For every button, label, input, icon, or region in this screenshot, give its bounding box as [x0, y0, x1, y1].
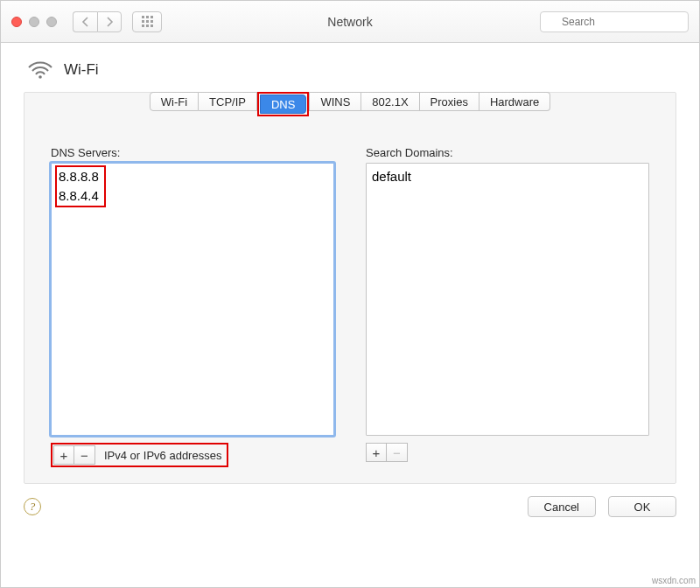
dns-controls: + − IPv4 or IPv6 addresses [51, 443, 334, 467]
highlight-dns-controls: + − IPv4 or IPv6 addresses [51, 443, 228, 467]
search-domains-label: Search Domains: [366, 146, 649, 159]
highlight-dns-tab: DNS [257, 92, 309, 116]
interface-label: Wi-Fi [64, 61, 99, 79]
ok-button[interactable]: OK [608, 496, 676, 517]
domains-column: Search Domains: default + − [366, 146, 649, 467]
tabs-row: Wi-Fi TCP/IP DNS WINS 802.1X Proxies Har… [24, 92, 676, 116]
remove-domain-button[interactable]: − [387, 443, 408, 462]
dns-servers-label: DNS Servers: [51, 146, 334, 159]
minimize-window-button[interactable] [29, 17, 39, 27]
tab-wins[interactable]: WINS [309, 92, 361, 111]
show-all-button[interactable] [132, 11, 162, 32]
titlebar: Network [1, 1, 699, 43]
interface-header: Wi-Fi [27, 60, 676, 80]
tab-proxies[interactable]: Proxies [420, 92, 480, 111]
watermark: wsxdn.com [652, 576, 696, 585]
cancel-button[interactable]: Cancel [528, 496, 596, 517]
highlight-dns-entries: 8.8.8.8 8.8.4.4 [55, 165, 106, 207]
dns-servers-list[interactable]: 8.8.8.8 8.8.4.4 [51, 163, 334, 436]
chevron-right-icon [106, 17, 114, 27]
columns: DNS Servers: 8.8.8.8 8.8.4.4 + − IPv4 or… [24, 116, 676, 467]
search-domains-list[interactable]: default [366, 163, 649, 436]
domains-controls: + − [366, 443, 649, 462]
chevron-left-icon [81, 17, 89, 27]
footer-buttons: Cancel OK [528, 496, 676, 517]
grid-icon [142, 16, 153, 27]
domain-entry[interactable]: default [372, 167, 643, 186]
dns-column: DNS Servers: 8.8.8.8 8.8.4.4 + − IPv4 or… [51, 146, 334, 467]
back-button[interactable] [73, 11, 97, 32]
tab-8021x[interactable]: 802.1X [361, 92, 419, 111]
tab-tcpip[interactable]: TCP/IP [199, 92, 257, 111]
forward-button[interactable] [97, 11, 122, 32]
remove-dns-button[interactable]: − [74, 445, 95, 465]
dns-entry[interactable]: 8.8.8.8 [59, 167, 99, 186]
traffic-lights [11, 17, 57, 27]
settings-panel: Wi-Fi TCP/IP DNS WINS 802.1X Proxies Har… [24, 92, 676, 484]
search-input[interactable] [540, 11, 689, 32]
dns-entry[interactable]: 8.8.4.4 [59, 186, 99, 206]
footer: ? Cancel OK [1, 484, 699, 531]
maximize-window-button[interactable] [46, 17, 57, 27]
network-window: Network Wi-Fi Wi-Fi TCP/IP DNS [0, 0, 700, 588]
svg-point-2 [38, 75, 42, 79]
tab-wifi[interactable]: Wi-Fi [150, 92, 199, 111]
wifi-icon [27, 60, 53, 80]
dns-hint: IPv4 or IPv6 addresses [104, 449, 221, 462]
content: Wi-Fi Wi-Fi TCP/IP DNS WINS 802.1X Proxi… [1, 43, 699, 484]
add-dns-button[interactable]: + [53, 445, 74, 465]
tab-hardware[interactable]: Hardware [480, 92, 550, 111]
close-window-button[interactable] [11, 17, 22, 27]
nav-buttons [73, 11, 122, 32]
add-domain-button[interactable]: + [366, 443, 387, 462]
tab-dns[interactable]: DNS [260, 94, 306, 114]
help-button[interactable]: ? [24, 498, 41, 515]
